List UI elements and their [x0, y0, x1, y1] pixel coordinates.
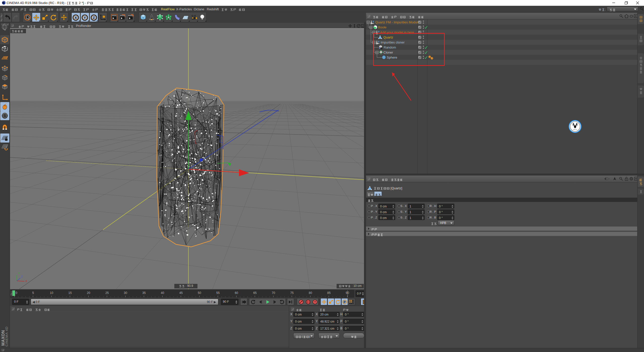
svg-text:60: 60: [235, 291, 238, 295]
svg-text:30: 30: [124, 291, 127, 295]
svg-text:40: 40: [161, 291, 164, 295]
svg-text:Y: Y: [18, 272, 20, 275]
svg-text:X: X: [75, 16, 77, 20]
svg-text:75: 75: [290, 291, 294, 295]
svg-text:?: ?: [314, 300, 316, 304]
svg-text:55: 55: [216, 291, 220, 295]
svg-text:85: 85: [327, 291, 331, 295]
svg-text:5: 5: [32, 291, 34, 295]
svg-text:65: 65: [253, 291, 257, 295]
svg-text:0: 0: [16, 291, 17, 295]
svg-text:15: 15: [68, 291, 72, 295]
svg-text:S: S: [4, 114, 6, 118]
svg-text:35: 35: [142, 291, 146, 295]
svg-text:0: 0: [373, 20, 374, 23]
svg-text:Z: Z: [21, 275, 23, 278]
svg-text:0: 0: [378, 30, 379, 33]
svg-text:Z: Z: [93, 16, 95, 20]
svg-text:10: 10: [50, 291, 53, 295]
svg-text:P: P: [344, 300, 346, 304]
svg-text:80: 80: [309, 291, 312, 295]
svg-text:X: X: [25, 280, 27, 283]
svg-text:70: 70: [272, 291, 275, 295]
svg-text:Y: Y: [84, 16, 86, 20]
svg-text:50: 50: [198, 291, 201, 295]
svg-text:20: 20: [87, 291, 90, 295]
svg-text:25: 25: [105, 291, 109, 295]
svg-text:45: 45: [179, 291, 183, 295]
